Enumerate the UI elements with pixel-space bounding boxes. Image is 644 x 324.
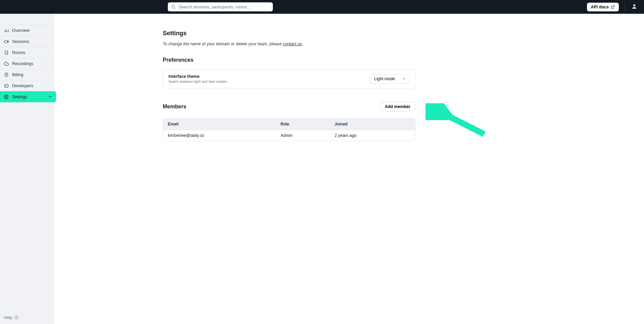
col-email-header: Email [168,122,281,126]
theme-text: Interface theme Switch between light and… [168,74,227,84]
theme-select-wrap: Light mode [370,74,410,84]
main-content: Settings To change the name of your doma… [54,14,644,324]
desc-suffix: . [302,42,303,46]
svg-point-16 [6,96,7,98]
search-icon [171,5,176,9]
user-icon [631,3,637,9]
sidebar-item-label: Recordings [12,61,33,66]
content-container: Settings To change the name of your doma… [163,14,415,141]
api-docs-label: API docs [591,5,609,9]
help-icon [14,316,18,320]
sidebar-item-label: Rooms [12,50,26,55]
receipt-icon [4,72,9,77]
sidebar-item-label: Sessions [12,39,29,44]
svg-line-1 [175,8,176,9]
top-header: API docs [0,0,644,14]
bars-icon [4,28,9,33]
contact-us-link[interactable]: contact us [283,42,302,46]
help-link[interactable]: Help [0,311,54,324]
page-description: To change the name of your domain or del… [163,42,415,46]
sidebar-item-label: Overview [12,28,30,33]
sidebar: Overview Sessions Rooms Recordings Billi… [0,14,54,324]
sidebar-spacer [0,14,54,25]
theme-select[interactable]: Light mode [370,74,410,84]
sidebar-item-billing[interactable]: Billing [0,69,54,80]
svg-line-2 [612,5,614,7]
gear-icon [4,95,9,99]
members-header: Members Add member [163,102,415,111]
add-member-button[interactable]: Add member [380,102,415,111]
external-link-icon [611,5,615,9]
members-heading: Members [163,104,186,110]
desc-prefix: To change the name of your domain or del… [163,42,283,46]
cloud-icon [4,61,9,66]
sidebar-item-sessions[interactable]: Sessions [0,36,54,47]
terminal-icon [4,84,9,88]
sidebar-item-settings[interactable]: Settings [0,91,56,102]
search-wrapper [59,2,587,11]
search-input[interactable] [179,5,269,9]
video-icon [4,39,9,44]
sidebar-item-recordings[interactable]: Recordings [0,58,54,69]
table-header: Email Role Joined [163,118,415,130]
theme-label: Interface theme [168,74,227,79]
header-right: API docs [587,2,639,12]
col-role-header: Role [281,122,335,126]
sidebar-item-label: Settings [12,95,27,99]
member-email: kimberlee@daily.co [168,133,281,138]
door-icon [4,50,9,55]
api-docs-button[interactable]: API docs [587,3,619,11]
header-divider [624,3,625,11]
svg-point-0 [172,5,175,8]
search-box[interactable] [168,2,273,11]
sidebar-item-rooms[interactable]: Rooms [0,47,54,58]
layout: Overview Sessions Rooms Recordings Billi… [0,14,644,324]
svg-rect-15 [5,85,8,87]
member-role: Admin [281,133,335,138]
table-row: kimberlee@daily.co Admin 2 years ago [163,130,415,141]
theme-sublabel: Switch between light and dark modes [168,79,227,84]
sidebar-item-developers[interactable]: Developers [0,80,54,91]
member-joined: 2 years ago [335,133,410,138]
col-joined-header: Joined [335,122,410,126]
svg-rect-8 [4,41,7,43]
help-label: Help [4,315,12,320]
members-table: Email Role Joined kimberlee@daily.co Adm… [163,118,415,141]
sidebar-item-overview[interactable]: Overview [0,25,54,36]
sidebar-item-label: Billing [12,72,23,77]
theme-select-value: Light mode [374,76,395,81]
sidebar-item-label: Developers [12,84,33,88]
preferences-heading: Preferences [163,57,415,63]
user-avatar-button[interactable] [630,2,639,12]
svg-point-11 [7,52,7,53]
arrow-right-icon [48,95,52,100]
theme-preference-card: Interface theme Switch between light and… [163,69,415,89]
svg-point-3 [633,4,635,6]
chevron-down-icon [402,77,406,81]
page-title: Settings [163,30,415,37]
